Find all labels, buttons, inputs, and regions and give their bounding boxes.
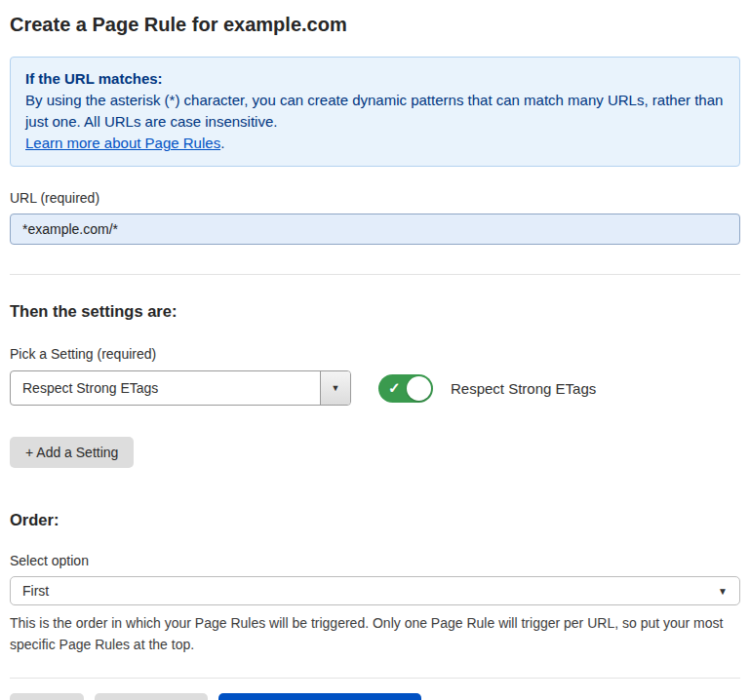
url-field-group: URL (required) [10,190,740,245]
footer-actions: Cancel Save as Draft Save and Deploy Pag… [10,678,740,700]
url-label: URL (required) [10,190,740,206]
page-rule-form: Create a Page Rule for example.com If th… [0,0,750,700]
order-select[interactable]: First ▼ [10,576,740,605]
add-setting-button[interactable]: + Add a Setting [10,437,134,468]
info-box-heading: If the URL matches: [25,68,725,90]
order-select-label: Select option [10,553,740,568]
cancel-button[interactable]: Cancel [10,693,84,700]
setting-select-value: Respect Strong ETags [11,371,320,405]
pick-setting-label: Pick a Setting (required) [10,346,740,362]
order-select-value: First [22,583,49,599]
setting-toggle[interactable]: ✓ [378,374,433,403]
info-box-link-row: Learn more about Page Rules. [25,133,725,154]
info-box-body: By using the asterisk (*) character, you… [25,90,725,133]
section-divider [10,274,740,275]
settings-heading: Then the settings are: [10,302,740,321]
url-input[interactable] [10,214,740,245]
toggle-knob [407,376,431,401]
save-draft-button[interactable]: Save as Draft [95,693,209,700]
save-deploy-button[interactable]: Save and Deploy Page Rule [218,693,421,700]
setting-row: Respect Strong ETags ▼ ✓ Respect Strong … [10,370,740,406]
chevron-down-icon: ▼ [718,586,728,597]
link-period: . [220,135,224,151]
learn-more-link[interactable]: Learn more about Page Rules [25,135,220,151]
order-help-text: This is the order in which your Page Rul… [10,612,740,655]
order-heading: Order: [10,511,740,529]
chevron-down-icon[interactable]: ▼ [320,371,350,405]
info-box: If the URL matches: By using the asteris… [10,57,740,167]
check-icon: ✓ [388,380,401,395]
setting-toggle-group: ✓ Respect Strong ETags [378,374,596,403]
page-title: Create a Page Rule for example.com [10,14,740,36]
setting-select[interactable]: Respect Strong ETags ▼ [10,370,351,406]
setting-toggle-label: Respect Strong ETags [451,380,596,397]
